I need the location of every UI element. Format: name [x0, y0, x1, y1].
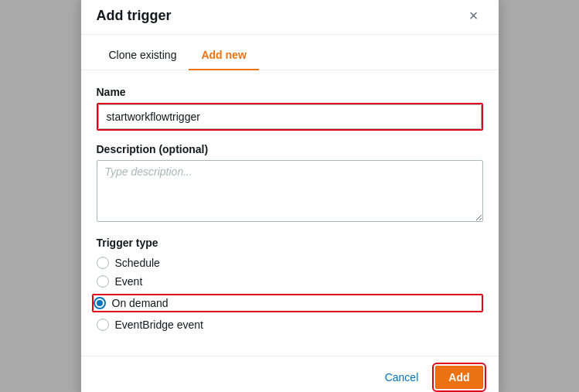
description-input[interactable] — [97, 160, 483, 222]
description-label: Description (optional) — [97, 143, 483, 155]
radio-eventbridge-label: EventBridge event — [115, 319, 203, 331]
modal-title: Add trigger — [97, 8, 172, 24]
radio-eventbridge[interactable]: EventBridge event — [97, 319, 483, 331]
radio-schedule[interactable]: Schedule — [97, 257, 483, 269]
radio-group: Schedule Event On demand EventBridge eve… — [97, 257, 483, 331]
close-button[interactable]: × — [465, 6, 483, 25]
name-label: Name — [97, 86, 483, 98]
radio-schedule-input[interactable] — [97, 257, 109, 269]
modal-header: Add trigger × — [81, 0, 499, 35]
description-group: Description (optional) — [97, 143, 483, 224]
tab-clone-existing[interactable]: Clone existing — [97, 41, 189, 70]
tab-add-new[interactable]: Add new — [189, 41, 258, 70]
radio-on-demand-input[interactable] — [94, 297, 106, 309]
radio-on-demand[interactable]: On demand — [92, 294, 483, 312]
tabs-container: Clone existing Add new — [81, 41, 499, 70]
radio-event-input[interactable] — [97, 275, 109, 288]
modal-footer: Cancel Add — [81, 356, 499, 392]
radio-event-label: Event — [115, 275, 143, 288]
name-group: Name — [97, 86, 483, 131]
add-button[interactable]: Add — [435, 366, 482, 389]
trigger-type-label: Trigger type — [97, 237, 483, 249]
modal-overlay: Add trigger × Clone existing Add new Nam… — [0, 0, 579, 392]
name-input[interactable] — [98, 104, 482, 129]
radio-on-demand-label: On demand — [112, 297, 169, 309]
name-input-wrapper — [97, 103, 483, 131]
modal-body: Name Description (optional) Trigger type — [81, 70, 499, 356]
radio-event[interactable]: Event — [97, 275, 483, 288]
trigger-type-group: Trigger type Schedule Event On demand — [97, 237, 483, 331]
add-trigger-modal: Add trigger × Clone existing Add new Nam… — [81, 0, 499, 392]
cancel-button[interactable]: Cancel — [376, 366, 428, 388]
radio-eventbridge-input[interactable] — [97, 319, 109, 331]
radio-schedule-label: Schedule — [115, 257, 160, 269]
